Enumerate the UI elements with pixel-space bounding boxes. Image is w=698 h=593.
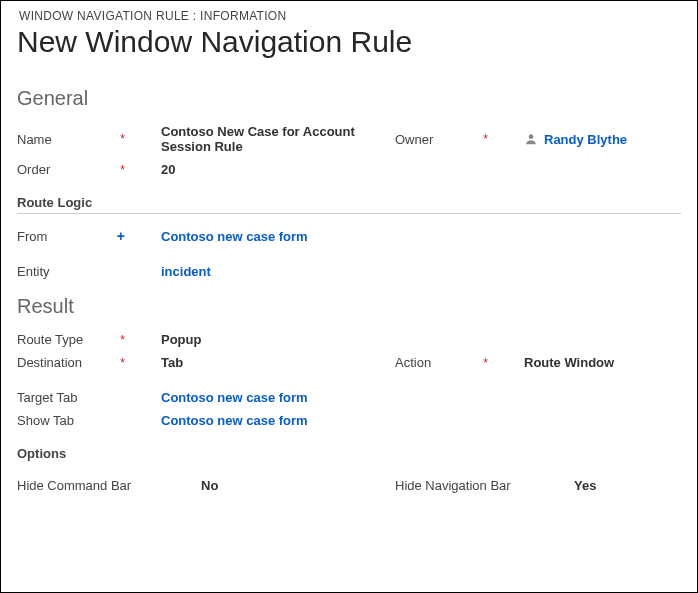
subsection-route-logic: Route Logic <box>17 195 681 214</box>
value-destination[interactable]: Tab <box>137 355 395 370</box>
label-owner-text: Owner <box>395 132 433 147</box>
required-icon: * <box>483 356 494 370</box>
label-targettab-text: Target Tab <box>17 390 77 405</box>
row-name-owner: Name * Contoso New Case for Account Sess… <box>17 120 681 158</box>
label-entity: Entity <box>17 264 137 279</box>
value-action[interactable]: Route Window <box>500 355 681 370</box>
label-hidenav: Hide Navigation Bar <box>395 478 550 493</box>
value-from[interactable]: Contoso new case form <box>137 229 395 244</box>
required-icon: * <box>120 356 131 370</box>
value-owner[interactable]: Randy Blythe <box>500 132 681 147</box>
row-routetype: Route Type * Popup <box>17 328 681 351</box>
row-destination-action: Destination * Tab Action * Route Window <box>17 351 681 374</box>
label-destination-text: Destination <box>17 355 82 370</box>
label-action: Action * <box>395 355 500 370</box>
label-from-text: From <box>17 229 47 244</box>
label-action-text: Action <box>395 355 431 370</box>
value-hidenav[interactable]: Yes <box>550 478 681 493</box>
required-icon: * <box>120 333 131 347</box>
value-name[interactable]: Contoso New Case for Account Session Rul… <box>137 124 395 154</box>
label-name-text: Name <box>17 132 52 147</box>
label-order-text: Order <box>17 162 50 177</box>
label-showtab: Show Tab <box>17 413 137 428</box>
value-targettab[interactable]: Contoso new case form <box>137 390 395 405</box>
row-showtab: Show Tab Contoso new case form <box>17 409 681 432</box>
required-icon: * <box>120 163 131 177</box>
subsection-options: Options <box>17 446 681 464</box>
label-hidecmd-text: Hide Command Bar <box>17 478 131 493</box>
value-routetype[interactable]: Popup <box>137 332 395 347</box>
label-name: Name * <box>17 132 137 147</box>
svg-point-0 <box>529 134 534 139</box>
row-from: From + Contoso new case form <box>17 224 681 248</box>
label-hidecmd: Hide Command Bar <box>17 478 177 493</box>
value-order[interactable]: 20 <box>137 162 395 177</box>
value-hidecmd[interactable]: No <box>177 478 395 493</box>
required-icon: * <box>483 132 494 146</box>
owner-link-text: Randy Blythe <box>544 132 627 147</box>
user-icon <box>524 132 538 146</box>
required-icon: * <box>120 132 131 146</box>
label-entity-text: Entity <box>17 264 50 279</box>
row-order: Order * 20 <box>17 158 681 181</box>
section-result: Result <box>17 295 681 318</box>
label-order: Order * <box>17 162 137 177</box>
value-entity[interactable]: incident <box>137 264 395 279</box>
label-from: From + <box>17 228 137 244</box>
breadcrumb: WINDOW NAVIGATION RULE : INFORMATION <box>17 9 681 23</box>
label-showtab-text: Show Tab <box>17 413 74 428</box>
recommended-icon: + <box>117 228 131 244</box>
row-options: Hide Command Bar No Hide Navigation Bar … <box>17 474 681 497</box>
label-destination: Destination * <box>17 355 137 370</box>
value-showtab[interactable]: Contoso new case form <box>137 413 395 428</box>
row-targettab: Target Tab Contoso new case form <box>17 386 681 409</box>
label-hidenav-text: Hide Navigation Bar <box>395 478 511 493</box>
label-routetype: Route Type * <box>17 332 137 347</box>
row-entity: Entity incident <box>17 260 681 283</box>
label-routetype-text: Route Type <box>17 332 83 347</box>
section-general: General <box>17 87 681 110</box>
label-targettab: Target Tab <box>17 390 137 405</box>
label-owner: Owner * <box>395 132 500 147</box>
page-title: New Window Navigation Rule <box>17 25 681 59</box>
